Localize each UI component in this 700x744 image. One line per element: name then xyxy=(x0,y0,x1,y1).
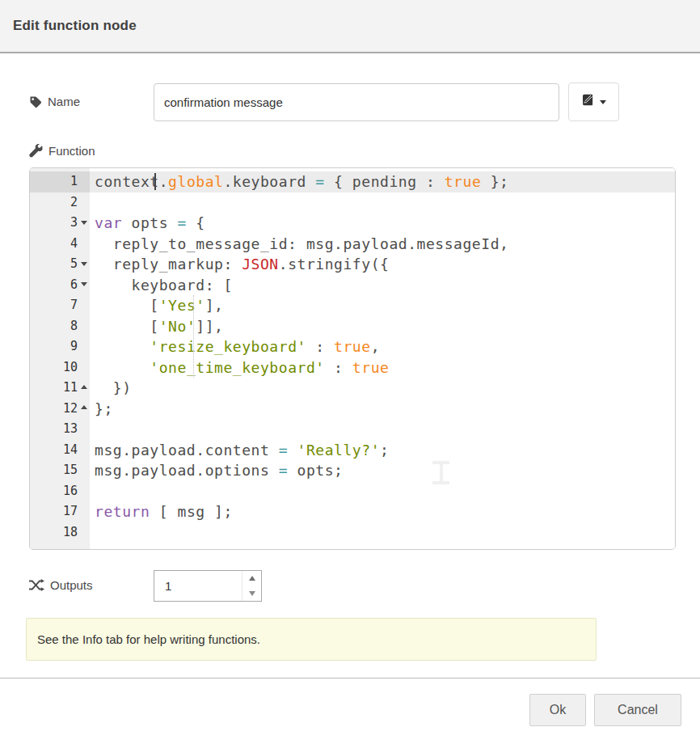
gutter-line-number[interactable]: 11 xyxy=(30,378,90,399)
fold-open-icon[interactable] xyxy=(81,262,87,266)
caret-down-icon xyxy=(600,100,606,104)
code-line[interactable]: msg.payload.options = opts; xyxy=(90,460,675,481)
spinner-up-icon xyxy=(249,576,255,581)
tag-icon xyxy=(29,95,42,108)
name-input[interactable] xyxy=(154,83,559,121)
fold-open-icon[interactable] xyxy=(81,221,87,225)
fold-close-icon[interactable] xyxy=(81,405,87,409)
code-editor[interactable]: 123456789101112131415161718 context.glob… xyxy=(29,167,676,550)
code-line[interactable] xyxy=(90,522,675,543)
code-line[interactable]: return [ msg ]; xyxy=(90,501,675,522)
gutter-line-number[interactable]: 16 xyxy=(30,481,90,502)
code-line[interactable] xyxy=(90,419,675,440)
gutter-line-number[interactable]: 4 xyxy=(30,234,90,255)
gutter-line-number[interactable]: 5 xyxy=(30,254,90,275)
fold-close-icon[interactable] xyxy=(81,385,87,389)
info-tip-box: See the Info tab for help writing functi… xyxy=(26,618,597,661)
code-line[interactable]: 'one_time_keyboard' : true xyxy=(90,357,675,378)
fold-open-icon[interactable] xyxy=(81,282,87,286)
shuffle-icon xyxy=(29,579,44,591)
code-line[interactable]: context.global.keyboard = { pending : tr… xyxy=(90,171,675,192)
spinner-up-button[interactable] xyxy=(242,571,261,586)
function-label: Function xyxy=(48,144,95,158)
dialog-title: Edit function node xyxy=(0,18,137,34)
indent-guide xyxy=(193,295,194,378)
editor-gutter: 123456789101112131415161718 xyxy=(30,168,90,549)
library-button[interactable] xyxy=(568,82,619,121)
code-line[interactable]: reply_markup: JSON.stringify({ xyxy=(90,254,675,275)
gutter-line-number[interactable]: 9 xyxy=(30,336,90,357)
dialog-header: Edit function node xyxy=(0,0,700,53)
gutter-line-number[interactable]: 10 xyxy=(30,357,90,378)
code-line[interactable]: keyboard: [ xyxy=(90,275,675,296)
gutter-line-number[interactable]: 12 xyxy=(30,399,90,420)
outputs-label-group: Outputs xyxy=(29,578,93,592)
code-line[interactable] xyxy=(90,192,675,213)
spinner-down-icon xyxy=(249,591,255,596)
gutter-line-number[interactable]: 7 xyxy=(30,295,90,316)
name-label-group: Name xyxy=(29,95,80,108)
gutter-line-number[interactable]: 8 xyxy=(30,316,90,337)
code-line[interactable]: var opts = { xyxy=(90,213,675,234)
info-tip-text: See the Info tab for help writing functi… xyxy=(27,632,260,646)
code-line[interactable]: }; xyxy=(90,399,675,420)
code-line[interactable]: ['Yes'], xyxy=(90,295,675,316)
outputs-spinner xyxy=(154,570,262,602)
code-line[interactable]: ['No']], xyxy=(90,316,675,337)
code-line[interactable]: reply_to_message_id: msg.payload.message… xyxy=(90,234,675,255)
gutter-line-number[interactable]: 1 xyxy=(30,171,90,192)
editor-code[interactable]: context.global.keyboard = { pending : tr… xyxy=(90,168,675,549)
code-line[interactable]: }) xyxy=(90,378,675,399)
gutter-line-number[interactable]: 17 xyxy=(30,501,90,522)
code-line[interactable] xyxy=(90,481,675,502)
ok-button[interactable]: Ok xyxy=(529,694,586,726)
outputs-label: Outputs xyxy=(50,578,93,592)
gutter-line-number[interactable]: 14 xyxy=(30,440,90,461)
book-icon xyxy=(581,94,595,110)
code-line[interactable]: msg.payload.content = 'Really?'; xyxy=(90,440,675,461)
text-caret xyxy=(154,173,156,190)
gutter-line-number[interactable]: 15 xyxy=(30,460,90,481)
gutter-line-number[interactable]: 2 xyxy=(30,192,90,213)
wrench-icon xyxy=(29,144,43,158)
footer-divider xyxy=(0,678,700,678)
gutter-line-number[interactable]: 6 xyxy=(30,275,90,296)
cancel-button[interactable]: Cancel xyxy=(594,694,681,726)
code-line[interactable]: 'resize_keyboard' : true, xyxy=(90,336,675,357)
outputs-input[interactable] xyxy=(154,571,242,601)
gutter-line-number[interactable]: 13 xyxy=(30,419,90,440)
gutter-line-number[interactable]: 18 xyxy=(30,522,90,543)
name-label: Name xyxy=(48,95,80,108)
function-label-group: Function xyxy=(29,144,95,158)
gutter-line-number[interactable]: 3 xyxy=(30,213,90,234)
spinner-down-button[interactable] xyxy=(242,586,261,602)
